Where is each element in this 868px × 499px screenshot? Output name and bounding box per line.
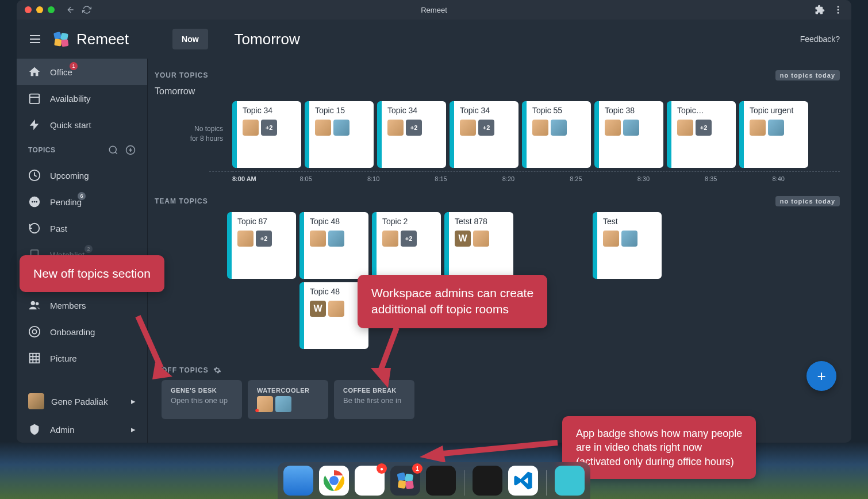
sidebar-item-upcoming[interactable]: Upcoming xyxy=(17,162,147,189)
avatar xyxy=(551,120,567,136)
svg-point-21 xyxy=(36,201,37,203)
nav-controls xyxy=(66,5,91,14)
user-name: Gene Padaliak xyxy=(51,397,107,406)
topic-card[interactable]: Test xyxy=(593,212,662,279)
dock-vscode[interactable] xyxy=(508,466,538,496)
card-title: Topic 55 xyxy=(532,106,585,115)
topic-card[interactable]: Topic 55 xyxy=(522,101,591,168)
svg-rect-10 xyxy=(30,94,40,104)
main-content: YOUR TOPICS no topics today Tomorrow No … xyxy=(148,59,851,443)
card-title: Topic 48 xyxy=(310,217,363,226)
sidebar-label: Upcoming xyxy=(50,171,89,181)
topic-card[interactable]: Topic 38 xyxy=(594,101,663,168)
add-icon[interactable] xyxy=(125,145,136,155)
dock-activity[interactable] xyxy=(426,466,456,496)
avatar xyxy=(605,120,621,136)
card-title: Topic 34 xyxy=(460,106,513,115)
search-icon[interactable] xyxy=(108,145,118,155)
avatar xyxy=(275,396,291,412)
avatar-more: +2 xyxy=(696,120,712,136)
avatar xyxy=(623,120,639,136)
logo[interactable]: Remeet xyxy=(51,29,129,49)
minimize-window[interactable] xyxy=(36,6,43,13)
more-icon[interactable] xyxy=(833,5,843,15)
dock-finder[interactable] xyxy=(283,466,313,496)
svg-line-13 xyxy=(115,152,117,153)
timeline-note: No topics for 8 hours xyxy=(155,101,232,144)
time-axis: 8:00 AM8:058:108:158:208:258:308:358:40 xyxy=(232,171,840,182)
gear-icon[interactable] xyxy=(213,366,221,374)
sidebar-item-availability[interactable]: Availability xyxy=(17,85,147,112)
feedback-link[interactable]: Feedback? xyxy=(800,34,840,44)
annotation-callout: New off topics section xyxy=(20,255,164,292)
calendar-icon xyxy=(28,92,41,105)
svg-point-19 xyxy=(32,201,33,203)
topic-card[interactable]: Topic urgent xyxy=(739,101,808,168)
topic-card[interactable]: Topic…+2 xyxy=(667,101,736,168)
card-title: Topic 34 xyxy=(243,106,295,115)
card-title: Topic 48 xyxy=(310,287,363,296)
sidebar-item-quickstart[interactable]: Quick start xyxy=(17,112,147,138)
off-card-sub: Be the first one in xyxy=(343,396,405,405)
dock-remeet[interactable]: 1 xyxy=(390,466,420,496)
menu-icon[interactable] xyxy=(28,32,42,46)
avatar xyxy=(328,231,344,247)
avatar: ● xyxy=(257,396,273,412)
avatar xyxy=(621,231,637,247)
topic-card[interactable]: Topic 48 xyxy=(299,212,368,279)
dock-folder[interactable] xyxy=(555,466,585,496)
extension-icon[interactable] xyxy=(815,5,825,15)
sidebar-item-office[interactable]: Office 1 xyxy=(17,59,147,85)
now-button[interactable]: Now xyxy=(172,29,208,49)
topic-card[interactable]: Topic 15 xyxy=(305,101,374,168)
avatar: W xyxy=(455,231,471,247)
sidebar-label: Quick start xyxy=(50,120,91,130)
topic-card[interactable]: Topic 34+2 xyxy=(377,101,446,168)
history-icon xyxy=(28,222,41,235)
sidebar-item-admin[interactable]: Admin ▸ xyxy=(17,416,147,443)
svg-point-0 xyxy=(838,6,839,7)
topic-card[interactable]: Topic 34+2 xyxy=(450,101,519,168)
avatar-more: +2 xyxy=(401,231,417,247)
dock-badge: ● xyxy=(377,463,387,474)
time-tick: 8:40 xyxy=(773,175,840,182)
off-topic-card[interactable]: WATERCOOLER● xyxy=(248,380,328,419)
topic-card[interactable]: Topic 87+2 xyxy=(227,212,296,279)
avatar xyxy=(328,301,344,317)
back-icon[interactable] xyxy=(66,5,75,14)
sidebar-item-past[interactable]: Past xyxy=(17,215,147,241)
avatar xyxy=(677,120,693,136)
card-title: Topic 38 xyxy=(605,106,658,115)
svg-point-25 xyxy=(31,301,35,305)
refresh-icon[interactable] xyxy=(82,5,91,14)
svg-marker-35 xyxy=(371,368,391,388)
tomorrow-label: Tomorrow xyxy=(155,86,840,97)
topic-card[interactable]: Topic 34+2 xyxy=(232,101,301,168)
maximize-window[interactable] xyxy=(48,6,55,13)
avatar xyxy=(768,120,784,136)
svg-point-38 xyxy=(329,476,339,485)
sidebar-item-pending[interactable]: Pending 6 xyxy=(17,189,147,215)
dock-chrome[interactable] xyxy=(319,466,349,496)
svg-rect-29 xyxy=(30,354,40,363)
badge: 6 xyxy=(78,192,86,200)
chevron-right-icon: ▸ xyxy=(131,424,136,435)
sidebar-user[interactable]: Gene Padaliak ▸ xyxy=(17,386,147,416)
avatar xyxy=(532,120,548,136)
avatar xyxy=(315,120,331,136)
avatar xyxy=(382,231,398,247)
dock-slack[interactable]: ● xyxy=(355,466,385,496)
dock-terminal[interactable] xyxy=(473,466,502,496)
sidebar-label: Picture xyxy=(50,354,77,363)
add-fab[interactable]: + xyxy=(806,361,836,391)
close-window[interactable] xyxy=(25,6,32,13)
pending-icon xyxy=(28,195,41,208)
sidebar-label: Members xyxy=(50,301,86,310)
avatar xyxy=(460,120,476,136)
topic-card[interactable]: Tetst 878W xyxy=(444,212,513,279)
time-tick: 8:00 AM xyxy=(232,175,299,182)
svg-point-27 xyxy=(29,327,40,337)
off-topic-card[interactable]: GENE'S DESKOpen this one up xyxy=(162,380,242,419)
svg-rect-42 xyxy=(405,481,414,489)
topic-card[interactable]: Topic 2+2 xyxy=(372,212,441,279)
